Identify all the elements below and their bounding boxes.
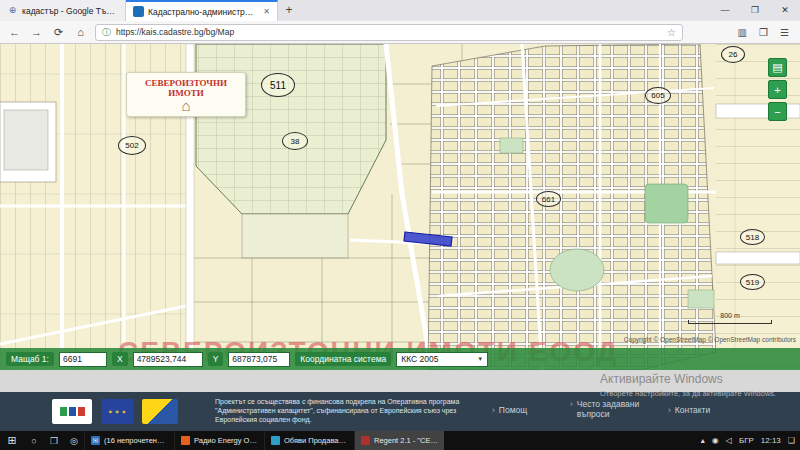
taskbar-app-label: Regent 2.1 - "СЕВЕРО... — [374, 436, 438, 445]
chevron-down-icon: ▼ — [477, 356, 483, 362]
search-icon: ○ — [31, 436, 36, 446]
new-tab-button[interactable]: + — [278, 0, 300, 21]
esf-logo — [52, 399, 92, 424]
browser-navbar: ← → ⟳ ⌂ ⓘ ☆ ▥ ❐ ☰ — [0, 21, 800, 44]
footer-link-contacts[interactable]: › Контакти — [668, 405, 710, 415]
pinned-app-button[interactable]: ◎ — [64, 431, 84, 450]
screen: ⊕ кадастър - Google Търсене Кадастрално-… — [0, 0, 800, 450]
language-indicator[interactable]: БГР — [739, 436, 754, 445]
browser-tab-bar: ⊕ кадастър - Google Търсене Кадастрално-… — [0, 0, 800, 21]
regent-app-icon — [361, 436, 370, 445]
site-info-icon[interactable]: ⓘ — [102, 26, 111, 39]
zoom-out-icon: − — [774, 106, 780, 118]
crs-value: ККС 2005 — [401, 354, 438, 364]
agency-logo-text: СЕВЕРОИЗТОЧНИ ИМОТИ — [127, 78, 245, 98]
sidebar-icon[interactable]: ❐ — [759, 27, 768, 38]
kais-favicon — [133, 6, 144, 17]
task-view-button[interactable]: ❐ — [44, 431, 64, 450]
system-tray: ▴ ◉ ◁ БГР 12:13 ❏ — [701, 436, 800, 445]
zoom-in-icon: + — [774, 84, 780, 96]
footer-link-label: Контакти — [675, 405, 710, 415]
tab-google-search[interactable]: ⊕ кадастър - Google Търсене — [0, 0, 126, 21]
show-hidden-icons[interactable]: ▴ — [701, 436, 705, 445]
windows-start-icon: ⊞ — [7, 434, 16, 447]
parcel-number-label: 661 — [536, 191, 561, 207]
eu-flag-logo: ✶ ✶ ✶ — [101, 399, 133, 424]
clock[interactable]: 12:13 — [761, 436, 781, 445]
navbar-right-icons: ▥ ❐ ☰ — [738, 27, 793, 38]
forward-icon[interactable]: → — [29, 26, 44, 38]
parcel-number-label: 518 — [740, 229, 765, 245]
browser-app-icon — [271, 436, 280, 445]
chevron-right-icon: › — [492, 405, 495, 415]
tab-title: кадастър - Google Търсене — [22, 6, 118, 16]
task-view-icon: ❐ — [50, 436, 58, 446]
parcel-number-label: 605 — [645, 87, 671, 104]
chevron-right-icon: › — [668, 405, 671, 415]
eu-stars-icon: ✶ ✶ ✶ — [108, 408, 126, 415]
maximize-button[interactable]: ❐ — [740, 0, 770, 21]
scale-line — [688, 320, 772, 324]
window-controls: — ❐ ✕ — [710, 0, 800, 21]
volume-icon[interactable]: ◁ — [726, 436, 732, 445]
footer-link-label: Помощ — [499, 405, 527, 415]
windows-taskbar: ⊞ ○ ❐ ◎ ✉ (16 непрочетени) - А... Радио … — [0, 431, 800, 450]
crs-select[interactable]: ККС 2005 ▼ — [396, 352, 488, 367]
map-viewport: СЕВЕРОИЗТОЧНИ ИМОТИ ⌂ 502 511 38 605 26 … — [0, 44, 800, 370]
parcel-number-label: 38 — [282, 132, 308, 150]
app-icon: ◎ — [70, 436, 78, 446]
parcel-number-label: 502 — [118, 136, 146, 155]
layers-icon: ▤ — [772, 61, 782, 74]
bookmark-star-icon[interactable]: ☆ — [667, 27, 676, 38]
scale-distance: 800 m — [688, 312, 772, 319]
taskbar-app-mail[interactable]: ✉ (16 непрочетени) - А... — [84, 431, 174, 450]
taskbar-app-label: (16 непрочетени) - А... — [104, 436, 168, 445]
chevron-right-icon: › — [570, 399, 573, 419]
url-input[interactable] — [116, 27, 662, 37]
taskbar-app-radio[interactable]: Радио Energy Онлайн... — [174, 431, 264, 450]
back-icon[interactable]: ← — [7, 26, 22, 38]
footer-link-faq[interactable]: › Често задавани въпроси — [570, 399, 654, 419]
eu-program-logos: ✶ ✶ ✶ — [52, 399, 178, 424]
opac-logo — [142, 399, 178, 424]
parcel-number-label: 519 — [740, 274, 765, 290]
taskbar-app-label: Обяви Продава в об... — [284, 436, 348, 445]
map-scale-bar: 800 m — [688, 312, 772, 324]
action-center-icon[interactable]: ❏ — [788, 436, 795, 445]
osm-copyright[interactable]: Copyright © OpenStreetMap © OpenStreetMa… — [624, 336, 796, 343]
globe-icon: ⊕ — [7, 5, 18, 16]
address-bar[interactable]: ⓘ ☆ — [95, 24, 683, 41]
footer-link-help[interactable]: › Помощ — [492, 405, 527, 415]
taskbar-app-label: Радио Energy Онлайн... — [194, 436, 258, 445]
home-icon[interactable]: ⌂ — [73, 26, 88, 38]
tab-kais-cadastre[interactable]: Кадастрално-административна... ✕ — [126, 0, 278, 21]
house-icon: ⌂ — [127, 98, 245, 114]
library-icon[interactable]: ▥ — [738, 27, 747, 38]
x-coordinate-input[interactable] — [133, 352, 203, 367]
tab-close-icon[interactable]: ✕ — [260, 7, 270, 16]
x-label: X — [112, 352, 128, 366]
footer-link-label: Често задавани въпроси — [577, 399, 654, 419]
activation-line2: Отворете настройките, за да активирате W… — [600, 389, 776, 398]
windows-activation-watermark: Активирайте Windows Отворете настройките… — [600, 372, 776, 398]
taskbar-app-regent[interactable]: Regent 2.1 - "СЕВЕРО... — [354, 431, 444, 450]
y-coordinate-input[interactable] — [228, 352, 290, 367]
coordinate-bar: Мащаб 1: X Y Координатна система ККС 200… — [0, 348, 800, 370]
search-button[interactable]: ○ — [24, 431, 44, 450]
crs-label: Координатна система — [295, 352, 391, 366]
close-button[interactable]: ✕ — [770, 0, 800, 21]
cadastral-map-svg[interactable] — [0, 44, 800, 370]
taskbar-app-obiavi[interactable]: Обяви Продава в об... — [264, 431, 354, 450]
radio-app-icon — [181, 436, 190, 445]
scale-input[interactable] — [59, 352, 107, 367]
zoom-out-button[interactable]: − — [768, 102, 787, 121]
reload-icon[interactable]: ⟳ — [51, 26, 66, 39]
minimize-button[interactable]: — — [710, 0, 740, 21]
network-icon[interactable]: ◉ — [712, 436, 719, 445]
activation-line1: Активирайте Windows — [600, 372, 776, 386]
zoom-in-button[interactable]: + — [768, 80, 787, 99]
start-button[interactable]: ⊞ — [0, 431, 24, 450]
menu-icon[interactable]: ☰ — [780, 27, 789, 38]
layers-button[interactable]: ▤ — [768, 58, 787, 77]
parcel-number-label: 511 — [261, 73, 295, 97]
